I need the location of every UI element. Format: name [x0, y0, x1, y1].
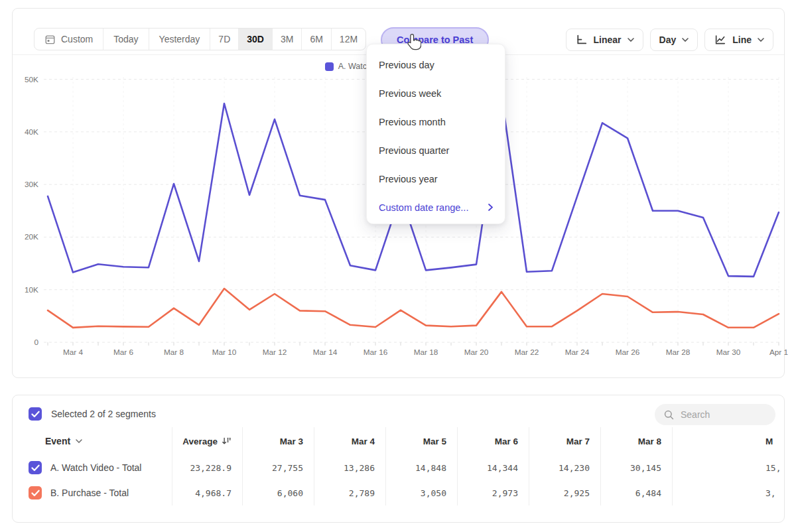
cell-average: 4,968.7	[172, 480, 242, 505]
segments-table: Event Average Mar 3 Mar 4 Mar 5 Mar 6 Ma…	[29, 427, 785, 505]
linear-axis-icon	[575, 34, 588, 46]
menu-item-previous-quarter[interactable]: Previous quarter	[367, 136, 505, 165]
column-header-mar4: Mar 4	[314, 427, 385, 455]
event-column-header[interactable]: Event	[29, 427, 172, 455]
segment-label: A. Watch Video - Total	[50, 462, 141, 473]
search-box[interactable]	[655, 404, 775, 425]
chevron-down-icon	[628, 38, 634, 42]
cell-mar3: 6,060	[242, 480, 314, 505]
chevron-right-icon	[488, 204, 493, 211]
chart-options-group: Linear Day Line	[566, 29, 773, 51]
row-checkbox-watch-video[interactable]	[29, 461, 42, 474]
date-preset-7d[interactable]: 7D	[210, 29, 239, 50]
search-icon	[663, 409, 675, 421]
date-preset-30d[interactable]: 30D	[239, 29, 273, 50]
calendar-icon	[44, 34, 56, 45]
date-preset-custom[interactable]: Custom	[34, 29, 103, 50]
cell-mar8: 6,484	[600, 480, 672, 505]
legend-swatch-purple	[325, 62, 334, 71]
cell-mar5: 3,050	[385, 480, 457, 505]
column-header-mar7: Mar 7	[529, 427, 600, 455]
date-preset-3m[interactable]: 3M	[273, 29, 302, 50]
cell-mar7: 2,925	[529, 480, 600, 505]
date-preset-6m[interactable]: 6M	[302, 29, 331, 50]
line-chart-icon	[714, 34, 726, 46]
column-header-mar3: Mar 3	[242, 427, 314, 455]
date-preset-yesterday[interactable]: Yesterday	[149, 29, 211, 50]
date-preset-12m[interactable]: 12M	[332, 29, 365, 50]
chevron-down-icon	[682, 38, 689, 42]
date-preset-label: Custom	[61, 34, 93, 44]
search-input[interactable]	[681, 409, 760, 420]
scale-dropdown-button[interactable]: Linear	[566, 29, 643, 51]
row-checkbox-purchase[interactable]	[29, 486, 42, 499]
chevron-down-icon	[758, 38, 764, 42]
table-row-watch-video: A. Watch Video - Total 23,228.9 27,755 1…	[29, 455, 785, 480]
table-row-purchase: B. Purchase - Total 4,968.7 6,060 2,789 …	[29, 480, 785, 505]
cell-mar5: 14,848	[385, 455, 457, 480]
granularity-dropdown-button[interactable]: Day	[650, 29, 698, 51]
menu-item-previous-week[interactable]: Previous week	[367, 79, 505, 107]
chart-type-dropdown-button[interactable]: Line	[704, 29, 773, 51]
segments-table-card: Selected 2 of 2 segments Event Average M…	[12, 395, 785, 523]
menu-item-previous-month[interactable]: Previous month	[367, 107, 505, 136]
menu-item-custom-date-range[interactable]: Custom date range...	[367, 193, 505, 222]
date-preset-today[interactable]: Today	[103, 29, 149, 50]
chevron-down-icon	[76, 439, 82, 443]
cell-mar4: 13,286	[314, 455, 385, 480]
cell-mar3: 27,755	[242, 455, 314, 480]
selected-segments-label: Selected 2 of 2 segments	[51, 409, 156, 419]
row-label-cell: B. Purchase - Total	[29, 480, 172, 505]
sort-descending-icon	[222, 436, 232, 446]
cell-average: 23,228.9	[172, 455, 242, 480]
cell-mar7: 14,230	[529, 455, 600, 480]
menu-item-previous-year[interactable]: Previous year	[367, 165, 505, 193]
table-header-row: Event Average Mar 3 Mar 4 Mar 5 Mar 6 Ma…	[29, 427, 785, 455]
menu-item-previous-day[interactable]: Previous day	[367, 50, 505, 79]
column-header-mar6: Mar 6	[457, 427, 529, 455]
compare-to-past-menu: Previous day Previous week Previous mont…	[366, 44, 505, 224]
cell-mar6: 2,973	[457, 480, 529, 505]
column-header-mar5: Mar 5	[385, 427, 457, 455]
cell-mar8: 30,145	[600, 455, 672, 480]
date-range-segmented-control: Custom Today Yesterday 7D 30D 3M 6M 12M	[34, 28, 366, 50]
select-all-checkbox[interactable]	[29, 407, 42, 421]
row-label-cell: A. Watch Video - Total	[29, 455, 172, 480]
column-header-clipped: M	[672, 427, 785, 455]
segment-label: B. Purchase - Total	[50, 488, 129, 498]
cell-mar6: 14,344	[457, 455, 529, 480]
cell-clipped: 3,	[672, 480, 785, 505]
column-header-mar8: Mar 8	[600, 427, 672, 455]
average-column-header[interactable]: Average	[172, 427, 242, 455]
cell-mar4: 2,789	[314, 480, 385, 505]
cell-clipped: 15,	[672, 455, 785, 480]
